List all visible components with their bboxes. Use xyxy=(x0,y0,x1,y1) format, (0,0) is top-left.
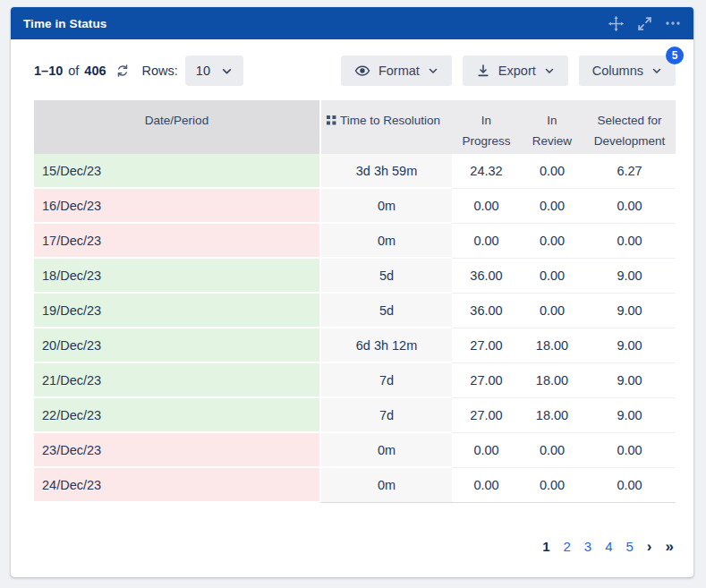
date-period-cell: 21/Dec/23 xyxy=(34,363,319,398)
column-header-label: Time to Resolution xyxy=(340,114,440,127)
chevron-down-icon xyxy=(221,65,233,77)
rows-label: Rows: xyxy=(142,64,178,78)
column-header-date-period: Date/Period xyxy=(34,100,319,154)
date-period-cell: 17/Dec/23 xyxy=(34,224,319,259)
in-progress-cell: 0.00 xyxy=(452,468,521,503)
time-to-resolution-cell: 3d 3h 59m xyxy=(319,154,452,189)
date-period-cell: 22/Dec/23 xyxy=(34,398,319,433)
in-review-cell: 0.00 xyxy=(521,259,583,294)
time-to-resolution-cell: 7d xyxy=(319,398,452,433)
table-row: 19/Dec/23 5d 36.00 0.00 9.00 xyxy=(34,294,676,328)
in-progress-cell: 27.00 xyxy=(452,328,521,363)
gadget-title: Time in Status xyxy=(23,17,106,30)
in-review-cell: 0.00 xyxy=(521,433,583,468)
next-page-button[interactable]: › xyxy=(647,539,652,554)
in-review-cell: 0.00 xyxy=(521,468,583,503)
time-to-resolution-cell: 5d xyxy=(319,294,452,328)
in-progress-cell: 0.00 xyxy=(452,224,521,259)
export-button-label: Export xyxy=(498,64,536,78)
in-review-cell: 0.00 xyxy=(521,224,583,259)
date-period-cell: 24/Dec/23 xyxy=(34,468,319,503)
table-row: 22/Dec/23 7d 27.00 18.00 9.00 xyxy=(34,398,676,433)
in-review-cell: 18.00 xyxy=(521,398,583,433)
selected-for-development-cell: 0.00 xyxy=(583,224,676,259)
current-page: 1 xyxy=(542,539,549,554)
gadget-actions xyxy=(608,15,681,32)
column-header-in-review: In Review xyxy=(521,100,583,154)
in-progress-cell: 36.00 xyxy=(452,259,521,294)
pagination-range: 1–10 of 406 xyxy=(34,64,130,78)
date-period-cell: 18/Dec/23 xyxy=(34,259,319,294)
move-icon[interactable] xyxy=(608,15,625,32)
date-period-cell: 23/Dec/23 xyxy=(34,433,319,468)
chevron-down-icon xyxy=(428,65,438,76)
toolbar: 1–10 of 406 Rows: 10 xyxy=(11,39,693,100)
table-row: 20/Dec/23 6d 3h 12m 27.00 18.00 9.00 xyxy=(34,328,676,363)
rows-per-page-select[interactable]: 10 xyxy=(185,55,243,86)
column-header-time-to-resolution[interactable]: Time to Resolution xyxy=(319,100,452,154)
table-row: 21/Dec/23 7d 27.00 18.00 9.00 xyxy=(34,363,676,398)
time-to-resolution-cell: 0m xyxy=(319,468,452,503)
gadget-header-bar: Time in Status xyxy=(11,7,693,39)
chevron-down-icon xyxy=(651,65,662,76)
more-icon[interactable] xyxy=(665,15,681,31)
download-icon xyxy=(476,64,490,78)
table-row: 15/Dec/23 3d 3h 59m 24.32 0.00 6.27 xyxy=(34,154,676,189)
in-progress-cell: 36.00 xyxy=(452,294,521,328)
page-link[interactable]: 5 xyxy=(626,539,634,554)
pagination: 1 2345 › » xyxy=(11,539,693,577)
table-row: 23/Dec/23 0m 0.00 0.00 0.00 xyxy=(34,433,676,468)
page-link[interactable]: 2 xyxy=(563,539,570,554)
date-period-cell: 19/Dec/23 xyxy=(34,294,319,328)
selected-for-development-cell: 9.00 xyxy=(583,328,676,363)
page-link[interactable]: 3 xyxy=(584,539,591,554)
in-progress-cell: 27.00 xyxy=(452,363,521,398)
column-header-in-progress: In Progress xyxy=(452,100,521,154)
in-progress-cell: 0.00 xyxy=(452,189,521,224)
date-period-cell: 15/Dec/23 xyxy=(34,154,319,189)
status-table-container: Date/Period Time to Resolution In Progre… xyxy=(11,100,693,503)
in-progress-cell: 27.00 xyxy=(452,398,521,433)
date-period-cell: 16/Dec/23 xyxy=(34,189,319,224)
selected-for-development-cell: 0.00 xyxy=(583,189,676,224)
columns-button-label: Columns xyxy=(592,64,643,78)
selected-for-development-cell: 9.00 xyxy=(583,259,676,294)
time-to-resolution-cell: 0m xyxy=(319,189,452,224)
refresh-icon[interactable] xyxy=(115,64,130,78)
chevron-down-icon xyxy=(544,65,555,76)
eye-icon xyxy=(354,63,370,79)
selected-for-development-cell: 9.00 xyxy=(583,398,676,433)
in-review-cell: 0.00 xyxy=(521,154,583,189)
table-row: 17/Dec/23 0m 0.00 0.00 0.00 xyxy=(34,224,676,259)
selected-for-development-cell: 9.00 xyxy=(583,363,676,398)
in-progress-cell: 0.00 xyxy=(452,433,521,468)
drag-handle-icon[interactable] xyxy=(327,112,336,132)
page-link[interactable]: 4 xyxy=(605,539,612,554)
time-to-resolution-cell: 7d xyxy=(319,363,452,398)
time-to-resolution-cell: 5d xyxy=(319,259,452,294)
table-header-row: Date/Period Time to Resolution In Progre… xyxy=(34,100,676,154)
in-review-cell: 18.00 xyxy=(521,363,583,398)
in-review-cell: 0.00 xyxy=(521,189,583,224)
column-header-selected-for-development: Selected for Development xyxy=(583,100,676,154)
selected-for-development-cell: 0.00 xyxy=(583,468,676,503)
time-in-status-table: Date/Period Time to Resolution In Progre… xyxy=(34,100,676,503)
in-progress-cell: 24.32 xyxy=(452,154,521,189)
rows-per-page-value: 10 xyxy=(196,64,210,78)
table-row: 16/Dec/23 0m 0.00 0.00 0.00 xyxy=(34,189,676,224)
table-row: 18/Dec/23 5d 36.00 0.00 9.00 xyxy=(34,259,676,294)
date-period-cell: 20/Dec/23 xyxy=(34,328,319,363)
maximize-icon[interactable] xyxy=(637,16,652,31)
page-links: 2345 xyxy=(563,539,633,554)
format-button[interactable]: Format xyxy=(341,55,452,86)
columns-count-badge: 5 xyxy=(666,47,684,64)
time-to-resolution-cell: 6d 3h 12m xyxy=(319,328,452,363)
time-to-resolution-cell: 0m xyxy=(319,433,452,468)
last-page-button[interactable]: » xyxy=(666,539,674,554)
selected-for-development-cell: 9.00 xyxy=(583,294,676,328)
range-values: 1–10 xyxy=(34,64,63,78)
export-button[interactable]: Export xyxy=(463,55,568,86)
columns-button[interactable]: Columns 5 xyxy=(579,55,676,86)
time-to-resolution-cell: 0m xyxy=(319,224,452,259)
toolbar-buttons: Format Export Columns 5 xyxy=(341,55,676,86)
